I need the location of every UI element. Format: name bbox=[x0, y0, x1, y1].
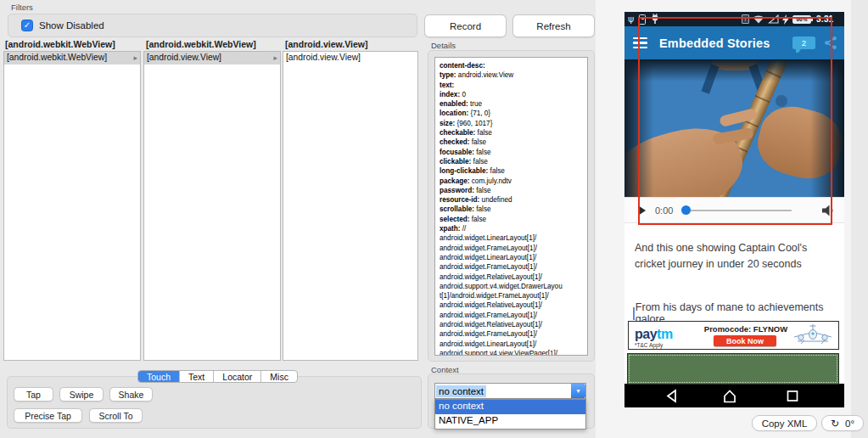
detail-row: text: bbox=[440, 81, 587, 90]
detail-row: enabled: true bbox=[440, 99, 587, 109]
xpath-line: android.widget.FrameLayout[1]/ bbox=[440, 329, 587, 339]
tree-item[interactable]: [android.view.View]▸ bbox=[144, 52, 280, 65]
detail-row: size: {960, 1017} bbox=[440, 119, 587, 128]
detail-row: scrollable: false bbox=[440, 205, 587, 214]
detail-row: selected: false bbox=[440, 215, 587, 224]
rotation-value: 0° bbox=[845, 418, 854, 429]
detail-row: location: {71, 0} bbox=[440, 109, 587, 118]
filters-label: Filters bbox=[11, 3, 33, 12]
paytm-logo: paytm bbox=[635, 327, 673, 342]
expand-arrow-icon: ▸ bbox=[273, 53, 277, 62]
context-menu: no contextNATIVE_APP bbox=[434, 399, 586, 430]
context-option[interactable]: NATIVE_APP bbox=[435, 414, 585, 429]
text-cursor bbox=[633, 307, 635, 320]
tree-item[interactable]: [android.view.View] bbox=[283, 52, 417, 65]
tree-item-label: [android.view.View] bbox=[286, 53, 361, 62]
detail-row: clickable: false bbox=[440, 157, 587, 166]
xpath-line: android.widget.LinearLayout[1]/ bbox=[440, 233, 587, 243]
detail-row: focusable: false bbox=[440, 148, 587, 157]
tree-column[interactable]: [android.view.View] bbox=[283, 51, 418, 361]
ad-banner[interactable]: paytm *T&C Apply Promocode: FLYNOW Book … bbox=[628, 321, 839, 350]
xpath-line: android.widget.FrameLayout[1]/ bbox=[440, 262, 587, 272]
tab-touch[interactable]: Touch bbox=[138, 371, 179, 382]
xpath-line: android.widget.LinearLayout[1]/ bbox=[440, 340, 587, 349]
ad-promocode: Promocode: FLYNOW bbox=[695, 324, 797, 334]
tree-item-label: [android.webkit.WebView] bbox=[7, 53, 107, 62]
detail-row: checked: false bbox=[440, 138, 587, 147]
home-icon[interactable] bbox=[722, 389, 737, 407]
xpath-line: android.support.v4.widget.DrawerLayou bbox=[440, 282, 587, 291]
tab-misc[interactable]: Misc bbox=[260, 371, 297, 382]
swipe-button[interactable]: Swipe bbox=[59, 387, 104, 402]
xpath-line: android.widget.FrameLayout[1]/ bbox=[440, 311, 587, 320]
xpath-line: android.support.v4.view.ViewPager[1]/ bbox=[440, 349, 587, 356]
rotate-button[interactable]: ↻ 0° bbox=[821, 415, 864, 431]
detail-row: index: 0 bbox=[440, 90, 587, 99]
article-paragraph: And this one showing Captain Cool's cric… bbox=[635, 240, 832, 272]
context-option[interactable]: no context bbox=[435, 400, 585, 414]
show-disabled-checkbox[interactable]: ✓ bbox=[21, 20, 33, 31]
detail-row: password: false bbox=[440, 186, 587, 195]
detail-row: package: com.july.ndtv bbox=[440, 177, 587, 186]
show-disabled-label: Show Disabled bbox=[39, 20, 104, 31]
shake-button[interactable]: Shake bbox=[109, 387, 153, 402]
xpath-line: android.widget.FrameLayout[1]/ bbox=[440, 244, 587, 253]
tree-column-header: [android.webkit.WebView] bbox=[146, 39, 256, 50]
appium-inspector-window: Filters ✓ Show Disabled [android.webkit.… bbox=[0, 0, 868, 438]
action-tabbar: TouchTextLocatorMisc bbox=[137, 370, 298, 383]
filters-bar: ✓ Show Disabled bbox=[8, 14, 417, 37]
detail-row: xpath: // bbox=[440, 224, 587, 233]
context-select[interactable]: no context ▾ bbox=[434, 383, 586, 399]
usb-icon: ψ bbox=[628, 14, 634, 25]
detail-row: type: android.view.View bbox=[440, 70, 587, 80]
android-nav-bar bbox=[624, 384, 844, 407]
recents-icon[interactable] bbox=[786, 389, 799, 407]
airplane-icon bbox=[792, 323, 833, 352]
tree-column-header: [android.view.View] bbox=[285, 39, 367, 50]
detail-row: resource-id: undefined bbox=[440, 195, 587, 205]
tap-button[interactable]: Tap bbox=[14, 387, 53, 402]
ad-tnc: *T&C Apply bbox=[635, 342, 663, 348]
tab-text[interactable]: Text bbox=[179, 371, 213, 382]
ad-placeholder bbox=[627, 353, 839, 385]
expand-arrow-icon: ▸ bbox=[133, 53, 137, 62]
xpath-line: android.widget.RelativeLayout[1]/ bbox=[440, 320, 587, 329]
tree-item[interactable]: [android.webkit.WebView]▸ bbox=[4, 52, 140, 65]
record-button[interactable]: Record bbox=[424, 14, 507, 37]
context-value: no context bbox=[436, 385, 486, 397]
back-icon[interactable] bbox=[665, 389, 678, 407]
detail-row: content-desc: bbox=[440, 61, 587, 70]
tree-item-label: [android.view.View] bbox=[147, 53, 221, 62]
xpath-line: android.widget.RelativeLayout[1]/ bbox=[440, 272, 587, 282]
tree-column-header: [android.webkit.WebView] bbox=[5, 39, 115, 50]
details-label: Details bbox=[431, 41, 456, 50]
tree-column[interactable]: [android.view.View]▸ bbox=[143, 51, 281, 361]
tree-column[interactable]: [android.webkit.WebView]▸ bbox=[3, 51, 141, 361]
xpath-line: android.widget.LinearLayout[1]/ bbox=[440, 253, 587, 262]
details-text: content-desc:type: android.view.Viewtext… bbox=[434, 57, 588, 356]
combo-dropdown-button[interactable]: ▾ bbox=[571, 384, 585, 398]
book-now-button[interactable]: Book Now bbox=[714, 335, 776, 346]
rotate-icon: ↻ bbox=[831, 418, 839, 430]
detail-row: checkable: false bbox=[440, 128, 587, 138]
xpath-line: t[1]/android.widget.FrameLayout[1]/ bbox=[440, 291, 587, 300]
scroll-to-button[interactable]: Scroll To bbox=[89, 408, 143, 423]
highlighted-element-overlay bbox=[638, 17, 832, 225]
detail-row: long-clickable: false bbox=[440, 166, 587, 176]
refresh-button[interactable]: Refresh bbox=[512, 14, 595, 37]
copy-xml-button[interactable]: Copy XML bbox=[752, 415, 817, 431]
precise-tap-button[interactable]: Precise Tap bbox=[14, 408, 82, 423]
xpath-line: android.widget.RelativeLayout[1]/ bbox=[440, 300, 587, 310]
tab-locator[interactable]: Locator bbox=[213, 371, 260, 382]
chevron-down-icon: ▾ bbox=[576, 387, 580, 395]
